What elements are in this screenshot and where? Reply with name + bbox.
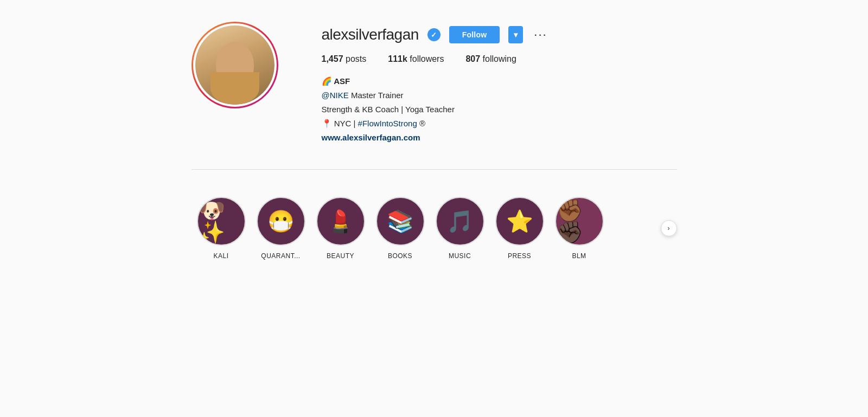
highlight-label-books: BOOKS — [388, 252, 412, 260]
bio-website[interactable]: www.alexsilverfagan.com — [322, 131, 677, 144]
highlight-circle-press: ⭐ — [495, 197, 544, 246]
followers-stat[interactable]: 111k followers — [388, 54, 444, 64]
profile-header: alexsilverfagan Follow ··· 1,457 posts 1… — [192, 22, 677, 145]
stats-row: 1,457 posts 111k followers 807 following — [322, 54, 677, 64]
bio-line3: 📍 NYC | #FlowIntoStrong ® — [322, 117, 677, 130]
verified-badge — [427, 28, 441, 41]
posts-stat[interactable]: 1,457 posts — [322, 54, 367, 64]
highlight-label-music: MUSIC — [449, 252, 471, 260]
bio-name-emoji: 🌈 — [322, 76, 332, 86]
bio-display-name: ASF — [334, 76, 350, 86]
highlight-item-press[interactable]: ⭐PRESS — [490, 197, 550, 260]
highlight-circle-quarant: 😷 — [257, 197, 305, 246]
bio-name: 🌈 ASF — [322, 75, 677, 88]
highlights-wrapper: 🐶✨KALI😷QUARANT...💄BEAUTY📚BOOKS🎵MUSIC⭐PRE… — [192, 186, 677, 271]
highlight-label-blm: BLM — [572, 252, 586, 260]
follow-dropdown-button[interactable] — [508, 26, 523, 43]
highlight-circle-music: 🎵 — [436, 197, 484, 246]
following-count: 807 — [465, 54, 480, 63]
highlight-icon-music: 🎵 — [446, 210, 474, 232]
following-stat[interactable]: 807 following — [465, 54, 516, 64]
follow-button[interactable]: Follow — [449, 26, 500, 43]
highlight-item-blm[interactable]: ✊🏾✊🏿BLM — [550, 197, 609, 260]
bio-nike-link[interactable]: @NIKE — [322, 91, 349, 100]
more-options-button[interactable]: ··· — [532, 28, 549, 42]
bio-line1: @NIKE Master Trainer — [322, 89, 677, 102]
highlight-item-beauty[interactable]: 💄BEAUTY — [311, 197, 371, 260]
posts-label: posts — [346, 54, 366, 63]
followers-label: followers — [410, 54, 444, 63]
highlight-circle-kali: 🐶✨ — [197, 197, 246, 246]
avatar — [193, 23, 277, 107]
bio-line2: Strength & KB Coach | Yoga Teacher — [322, 103, 677, 116]
highlight-item-quarant[interactable]: 😷QUARANT... — [251, 197, 311, 260]
highlight-icon-books: 📚 — [387, 210, 414, 232]
highlight-circle-beauty: 💄 — [316, 197, 365, 246]
highlight-icon-press: ⭐ — [506, 210, 533, 232]
avatar-image — [195, 25, 275, 105]
bio-hashtag[interactable]: #FlowIntoStrong — [358, 119, 417, 128]
highlight-icon-quarant: 😷 — [267, 210, 295, 232]
profile-info: alexsilverfagan Follow ··· 1,457 posts 1… — [322, 22, 677, 145]
username: alexsilverfagan — [322, 26, 419, 43]
highlight-item-kali[interactable]: 🐶✨KALI — [192, 197, 251, 260]
highlights-section: 🐶✨KALI😷QUARANT...💄BEAUTY📚BOOKS🎵MUSIC⭐PRE… — [192, 186, 677, 271]
profile-divider — [192, 169, 677, 170]
highlight-icon-beauty: 💄 — [327, 210, 354, 232]
highlight-label-quarant: QUARANT... — [261, 252, 300, 260]
highlight-icon-blm: ✊🏾✊🏿 — [556, 200, 603, 243]
username-row: alexsilverfagan Follow ··· — [322, 26, 677, 43]
highlight-label-kali: KALI — [213, 252, 228, 260]
highlight-icon-kali: 🐶✨ — [198, 200, 245, 243]
avatar-ring — [192, 22, 278, 108]
highlight-label-beauty: BEAUTY — [327, 252, 354, 260]
bio-location-emoji: 📍 — [322, 119, 332, 128]
bio-section: 🌈 ASF @NIKE Master Trainer Strength & KB… — [322, 75, 677, 144]
highlight-circle-books: 📚 — [376, 197, 425, 246]
highlight-item-music[interactable]: 🎵MUSIC — [430, 197, 490, 260]
highlights-next-arrow[interactable]: › — [661, 220, 677, 236]
posts-count: 1,457 — [322, 54, 343, 63]
highlight-item-books[interactable]: 📚BOOKS — [371, 197, 430, 260]
highlight-label-press: PRESS — [508, 252, 531, 260]
followers-count: 111k — [388, 54, 407, 63]
highlight-circle-blm: ✊🏾✊🏿 — [555, 197, 604, 246]
following-label: following — [483, 54, 516, 63]
bio-website-link[interactable]: www.alexsilverfagan.com — [322, 133, 420, 142]
